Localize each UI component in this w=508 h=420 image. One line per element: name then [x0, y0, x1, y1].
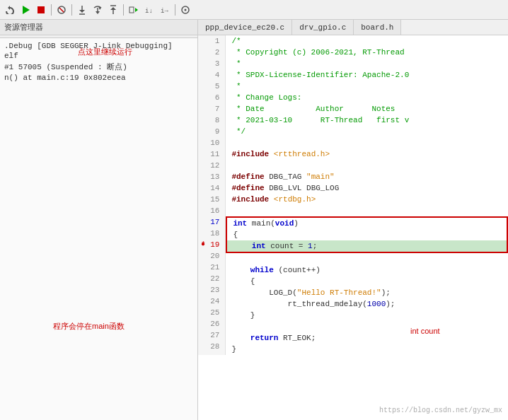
code-line-19: int count = 1;: [227, 240, 507, 252]
code-line-3: *: [226, 58, 508, 69]
ln-1: 1: [201, 35, 222, 47]
svg-line-3: [59, 8, 64, 12]
code-line-9: */: [226, 126, 508, 137]
code-line-27: return RT_EOK;: [226, 332, 508, 344]
editor-tabs: ppp_device_ec20.c drv_gpio.c board.h: [198, 20, 508, 35]
red-box: int main(void) { int count = 1;: [226, 216, 508, 253]
ln-22: 22: [201, 273, 222, 284]
tab-ppp[interactable]: ppp_device_ec20.c: [198, 20, 292, 35]
code-line-2: * Copyright (c) 2006-2021, RT-Thread: [226, 47, 508, 58]
debug-panel-content: .Debug [GDB SEGGER J-Link Debugging] elf…: [0, 38, 197, 420]
sep1: [51, 4, 52, 16]
step-over-btn[interactable]: [91, 3, 105, 17]
ln-14: 14: [201, 182, 222, 194]
ln-28: 28: [201, 341, 222, 352]
svg-marker-5: [79, 10, 85, 13]
code-line-20: [226, 253, 508, 264]
code-line-18: {: [227, 229, 507, 240]
disconnect-btn[interactable]: [54, 3, 69, 17]
run-to-line-btn[interactable]: [127, 3, 141, 17]
code-line-6: * Change Logs:: [226, 92, 508, 103]
code-line-4: * SPDX-License-Identifier: Apache-2.0: [226, 69, 508, 81]
code-line-26: [226, 321, 508, 332]
ln-21: 21: [201, 262, 222, 273]
code-line-8: * 2021-03-10 RT-Thread first v: [226, 115, 508, 126]
ln-27: 27: [201, 329, 222, 341]
svg-marker-14: [135, 8, 138, 12]
ln-12: 12: [201, 160, 222, 171]
ln-25: 25: [201, 307, 222, 318]
ln-15: 15: [201, 194, 222, 205]
code-line-11: #include <rtthread.h>: [226, 148, 508, 160]
code-line-17: int main(void): [227, 218, 507, 229]
svg-marker-9: [96, 11, 100, 14]
tab-drv[interactable]: drv_gpio.c: [292, 20, 354, 35]
stop-btn[interactable]: [34, 3, 48, 17]
code-line-21: while (count++): [226, 264, 508, 276]
ln-9: 9: [201, 126, 222, 137]
debug-thread2: #1 57005 (Suspended : 断点): [4, 61, 193, 73]
ln-3: 3: [201, 58, 222, 69]
ln-7: 7: [201, 103, 222, 115]
ln-18: 18: [201, 228, 222, 239]
ln-13: 13: [201, 171, 222, 182]
watermark: https://blog.csdn.net/gyzw_mx: [379, 407, 502, 414]
ln-6: 6: [201, 92, 222, 103]
code-line-16: [226, 205, 508, 216]
code-line-28: }: [226, 344, 508, 355]
code-line-14: #define DBG_LVL DBG_LOG: [226, 182, 508, 194]
main-area: 资源管理器 .Debug [GDB SEGGER J-Link Debuggin…: [0, 20, 508, 420]
code-line-5: *: [226, 81, 508, 92]
ln-11: 11: [201, 148, 222, 160]
svg-marker-0: [23, 6, 30, 14]
watch-btn[interactable]: [178, 3, 192, 17]
ln-26: 26: [201, 318, 222, 329]
debug-elf: elf: [4, 51, 193, 61]
debug-thread3: n() at main.c:19 0x802ecea: [4, 73, 193, 83]
code-line-10: [226, 137, 508, 148]
svg-marker-11: [110, 7, 116, 10]
svg-rect-1: [37, 6, 45, 13]
svg-point-18: [185, 8, 187, 11]
ln-8: 8: [201, 115, 222, 126]
ln-10: 10: [201, 137, 222, 148]
resume-btn[interactable]: [18, 3, 33, 17]
step-return-btn[interactable]: [106, 3, 120, 17]
code-line-1: /*: [226, 35, 508, 47]
code-line-13: #define DBG_TAG "main": [226, 171, 508, 182]
svg-text:i→: i→: [161, 8, 168, 15]
code-line-23: LOG_D("Hello RT-Thread!");: [226, 287, 508, 298]
tab-board[interactable]: board.h: [354, 20, 401, 35]
code-line-25: }: [226, 310, 508, 321]
ln-16: 16: [201, 205, 222, 216]
instr-step-over-btn[interactable]: i→: [158, 3, 172, 17]
instr-step-btn[interactable]: i↓: [142, 3, 156, 17]
svg-text:i↓: i↓: [145, 8, 153, 15]
svg-rect-13: [129, 7, 134, 13]
ln-2: 2: [201, 47, 222, 58]
code-line-15: #include <rtdbg.h>: [226, 194, 508, 205]
code-line-7: * Date Author Notes: [226, 103, 508, 115]
sep2: [71, 4, 72, 16]
restart-btn[interactable]: [3, 3, 17, 17]
toolbar: i↓ i→: [0, 0, 508, 20]
code-line-12: [226, 160, 508, 171]
code-lines: /* * Copyright (c) 2006-2021, RT-Thread …: [226, 35, 508, 355]
step-into-btn[interactable]: [75, 3, 89, 17]
ln-24: 24: [201, 296, 222, 307]
ln-20: 20: [201, 250, 222, 262]
panel-header: 资源管理器: [0, 20, 197, 35]
ln-5: 5: [201, 81, 222, 92]
editor-panel: ppp_device_ec20.c drv_gpio.c board.h 1 2…: [198, 20, 508, 420]
code-line-24: rt_thread_mdelay(1000);: [226, 298, 508, 310]
left-panel: 资源管理器 .Debug [GDB SEGGER J-Link Debuggin…: [0, 20, 198, 420]
code-line-22: {: [226, 276, 508, 287]
ln-23: 23: [201, 284, 222, 296]
panel-title: 资源管理器: [4, 22, 43, 33]
line-numbers: 1 2 3 4 5 6 7 8 9 10 11 12 13 14 15 16 1: [198, 35, 226, 355]
ln-4: 4: [201, 69, 222, 81]
sep4: [175, 4, 175, 16]
ln-17: 17: [201, 216, 222, 228]
sep3: [123, 4, 124, 16]
ln-19: * 19: [201, 239, 222, 250]
